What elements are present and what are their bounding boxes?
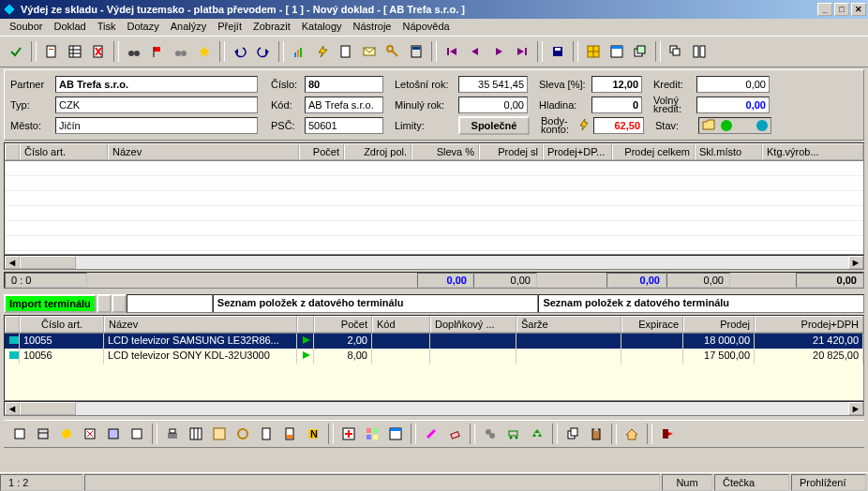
grid2-col-expir[interactable]: Expirace <box>621 316 683 333</box>
envelope-icon[interactable] <box>359 41 380 62</box>
undo-icon[interactable] <box>230 41 250 62</box>
grid1-hscroll[interactable]: ◄ ► <box>4 255 864 270</box>
hladina-input[interactable] <box>591 97 642 113</box>
grid2-hscroll[interactable]: ◄ ► <box>4 401 864 416</box>
menu-katalogy[interactable]: Katalogy <box>296 19 348 36</box>
grid1-col-sleva[interactable]: Sleva % <box>412 143 479 160</box>
grid2-col-dopln[interactable]: Doplňkový ... <box>430 316 516 333</box>
grid1-col-zdroj[interactable]: Zdroj pol. <box>344 143 412 160</box>
menu-dotazy[interactable]: Dotazy <box>122 19 165 36</box>
tb2-6[interactable] <box>127 424 147 444</box>
nav-prev-icon[interactable] <box>465 41 486 62</box>
cascade-icon[interactable] <box>666 41 686 62</box>
tb2-eraser[interactable] <box>444 424 465 444</box>
window-icon[interactable] <box>583 41 604 62</box>
tb2-nav[interactable]: N <box>303 424 323 444</box>
tb2-doc[interactable] <box>256 424 277 444</box>
scroll-left-icon[interactable]: ◄ <box>5 256 20 269</box>
binoculars-icon[interactable] <box>171 41 191 62</box>
partner-input[interactable] <box>55 76 258 93</box>
calc-icon[interactable] <box>406 41 427 62</box>
tb2-doc2[interactable] <box>279 424 300 444</box>
tile-icon[interactable] <box>689 41 710 62</box>
tb2-recycle[interactable] <box>527 424 547 444</box>
grid2-col-dph[interactable]: Prodej+DPH <box>755 316 863 333</box>
delete-icon[interactable] <box>88 41 109 62</box>
cislo-input[interactable] <box>305 76 383 93</box>
sleva-input[interactable] <box>591 76 642 93</box>
grid2-col-marker[interactable] <box>297 316 314 333</box>
import-aux2[interactable] <box>112 294 127 313</box>
table-row[interactable]: 10055LCD televizor SAMSUNG LE32R86...2,0… <box>5 334 863 349</box>
star-icon[interactable] <box>194 41 215 62</box>
redo-icon[interactable] <box>253 41 274 62</box>
tb2-5[interactable] <box>103 424 124 444</box>
flag-icon[interactable] <box>147 41 168 62</box>
import-button[interactable]: Import terminálu <box>4 294 97 313</box>
grid2-col-cislo[interactable]: Číslo art. <box>20 316 104 333</box>
menu-nastroje[interactable]: Nástroje <box>348 19 397 36</box>
stack-icon[interactable] <box>630 41 651 62</box>
grid1-col-prodejdp[interactable]: Prodej+DP... <box>543 143 612 160</box>
body-input[interactable] <box>593 117 644 134</box>
grid2-col-nazev[interactable]: Název <box>104 316 297 333</box>
tb2-circle[interactable] <box>232 424 253 444</box>
tb2-1[interactable] <box>9 424 30 444</box>
nav-last-icon[interactable] <box>512 41 532 62</box>
grid-icon[interactable] <box>65 41 85 62</box>
menu-napoveda[interactable]: Nápověda <box>397 19 456 36</box>
doc2-icon[interactable] <box>336 41 356 62</box>
grid1-col-sklmisto[interactable]: Skl.místo <box>695 143 762 160</box>
grid1-col-prodejsl[interactable]: Prodej sl <box>479 143 543 160</box>
table-row[interactable]: 10056LCD televizor SONY KDL-32U30008,001… <box>5 349 863 364</box>
tb2-grid[interactable] <box>186 424 206 444</box>
menu-zobrazit[interactable]: Zobrazit <box>247 19 296 36</box>
grid2-col-kod[interactable]: Kód <box>372 316 430 333</box>
tb2-home[interactable] <box>621 424 642 444</box>
check-icon[interactable] <box>6 41 26 62</box>
grid1-col-cislo[interactable]: Číslo art. <box>20 143 108 160</box>
menu-tisk[interactable]: Tisk <box>92 19 122 36</box>
mesto-input[interactable] <box>55 117 258 134</box>
tb2-copy[interactable] <box>562 424 583 444</box>
limity-button[interactable]: Společné <box>458 116 530 135</box>
tb2-add[interactable] <box>338 424 359 444</box>
grid2-col-pocet[interactable]: Počet <box>314 316 372 333</box>
grid2-body[interactable]: 10055LCD televizor SAMSUNG LE32R86...2,0… <box>4 334 864 401</box>
doc-icon[interactable] <box>41 41 62 62</box>
close-button[interactable]: ✕ <box>851 3 866 16</box>
kod-input[interactable] <box>305 97 383 113</box>
scroll-right2-icon[interactable]: ► <box>848 402 863 415</box>
save-icon[interactable] <box>547 41 568 62</box>
tb2-win[interactable] <box>385 424 406 444</box>
grid2-col-sarze[interactable]: Šarže <box>516 316 621 333</box>
grid1-col-celkem[interactable]: Prodej celkem <box>612 143 695 160</box>
grid1-rowselector[interactable] <box>5 143 20 160</box>
menu-doklad[interactable]: Doklad <box>48 19 91 36</box>
psc-input[interactable] <box>305 117 383 134</box>
grid2-col-prodej[interactable]: Prodej <box>683 316 755 333</box>
menu-analyzy[interactable]: Analýzy <box>165 19 213 36</box>
scroll-left2-icon[interactable]: ◄ <box>5 402 20 415</box>
letosni-input[interactable] <box>458 76 528 93</box>
tb2-print[interactable] <box>162 424 183 444</box>
grid1-col-nazev[interactable]: Název <box>108 143 299 160</box>
tb2-2[interactable] <box>33 424 53 444</box>
tb2-paste[interactable] <box>586 424 606 444</box>
nav-first-icon[interactable] <box>441 41 462 62</box>
grid2-rowselector[interactable] <box>5 316 20 333</box>
kredit-input[interactable] <box>696 76 770 93</box>
grid1-body[interactable] <box>4 161 864 255</box>
key-icon[interactable] <box>382 41 403 62</box>
window2-icon[interactable] <box>606 41 627 62</box>
minuly-input[interactable] <box>458 97 528 113</box>
tb2-grid2[interactable] <box>209 424 230 444</box>
tb2-4[interactable] <box>80 424 100 444</box>
tb2-pencil[interactable] <box>421 424 441 444</box>
volny-input[interactable] <box>696 97 770 113</box>
lightning-icon[interactable] <box>312 41 333 62</box>
tb2-grid3[interactable] <box>362 424 382 444</box>
tb2-3[interactable] <box>56 424 77 444</box>
menu-prejit[interactable]: Přejít <box>212 19 247 36</box>
binoculars-dark-icon[interactable] <box>124 41 144 62</box>
